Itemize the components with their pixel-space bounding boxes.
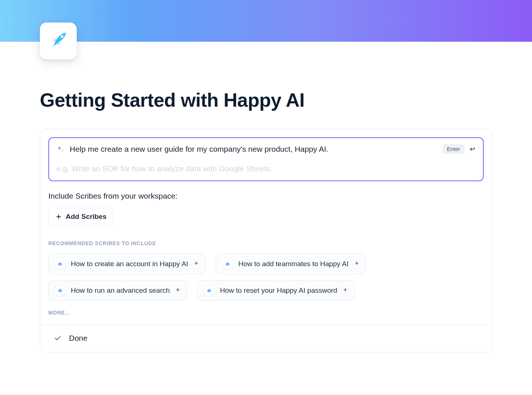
- gradient-banner: [0, 0, 532, 42]
- plus-icon: [55, 213, 62, 220]
- prompt-row: Help me create a new user guide for my c…: [56, 144, 476, 154]
- done-label: Done: [69, 334, 87, 343]
- add-scribes-label: Add Scribes: [66, 213, 107, 221]
- robot-icon: [55, 285, 66, 296]
- robot-icon: [55, 258, 66, 269]
- more-link[interactable]: MORE...: [48, 310, 484, 316]
- svg-rect-4: [60, 262, 60, 263]
- svg-point-10: [59, 291, 60, 291]
- scribe-chip-advanced-search[interactable]: How to run an advanced search: [48, 280, 187, 301]
- svg-point-15: [210, 291, 210, 291]
- svg-point-11: [60, 291, 61, 291]
- svg-rect-13: [208, 289, 211, 292]
- return-icon: [468, 145, 476, 153]
- scribe-chip-add-teammates[interactable]: How to add teammates to Happy AI: [216, 254, 366, 274]
- svg-rect-16: [209, 289, 210, 290]
- main-panel: Help me create a new user guide for my c…: [40, 129, 492, 353]
- scribe-chip-label: How to run an advanced search: [71, 286, 170, 295]
- recommended-heading: RECOMMENDED SCRIBES TO INCLUDE: [48, 240, 484, 246]
- scribe-chip-label: How to add teammates to Happy AI: [238, 260, 349, 268]
- add-scribes-button[interactable]: Add Scribes: [48, 208, 114, 226]
- robot-icon: [204, 285, 215, 296]
- svg-point-0: [61, 35, 63, 38]
- svg-point-2: [59, 264, 60, 265]
- svg-rect-5: [226, 263, 229, 265]
- plus-icon: [175, 287, 181, 294]
- prompt-placeholder: e.g. Write an SOP for how to analyze dat…: [56, 164, 476, 173]
- svg-point-3: [60, 264, 61, 265]
- robot-icon: [222, 258, 233, 269]
- svg-rect-1: [58, 263, 62, 265]
- check-icon: [53, 334, 62, 342]
- include-scribes-label: Include Scribes from your workspace:: [48, 192, 484, 200]
- rocket-icon: [48, 30, 68, 52]
- prompt-input-box[interactable]: Help me create a new user guide for my c…: [48, 137, 484, 181]
- recommended-chips: How to create an account in Happy AI: [48, 254, 484, 301]
- page-title: Getting Started with Happy AI: [40, 42, 492, 111]
- scribe-chip-create-account[interactable]: How to create an account in Happy AI: [48, 254, 205, 274]
- plus-icon: [193, 260, 199, 268]
- plus-icon: [354, 260, 360, 268]
- scribe-chip-reset-password[interactable]: How to reset your Happy AI password: [197, 280, 355, 301]
- plus-icon: [342, 287, 348, 294]
- svg-point-7: [228, 264, 228, 265]
- svg-rect-12: [60, 289, 60, 290]
- page-icon-card: [40, 23, 77, 59]
- svg-rect-9: [58, 289, 62, 292]
- enter-key-chip: Enter: [442, 144, 464, 154]
- scribe-chip-label: How to create an account in Happy AI: [71, 260, 188, 268]
- svg-rect-8: [227, 262, 228, 263]
- scribe-chip-label: How to reset your Happy AI password: [220, 286, 337, 295]
- done-row[interactable]: Done: [48, 325, 484, 352]
- enter-hint: Enter: [442, 144, 476, 154]
- content-area: Getting Started with Happy AI Help me cr…: [0, 42, 532, 353]
- prompt-text: Help me create a new user guide for my c…: [70, 145, 437, 154]
- sparkle-icon: [56, 145, 65, 153]
- svg-point-6: [227, 264, 228, 265]
- svg-point-14: [208, 291, 209, 291]
